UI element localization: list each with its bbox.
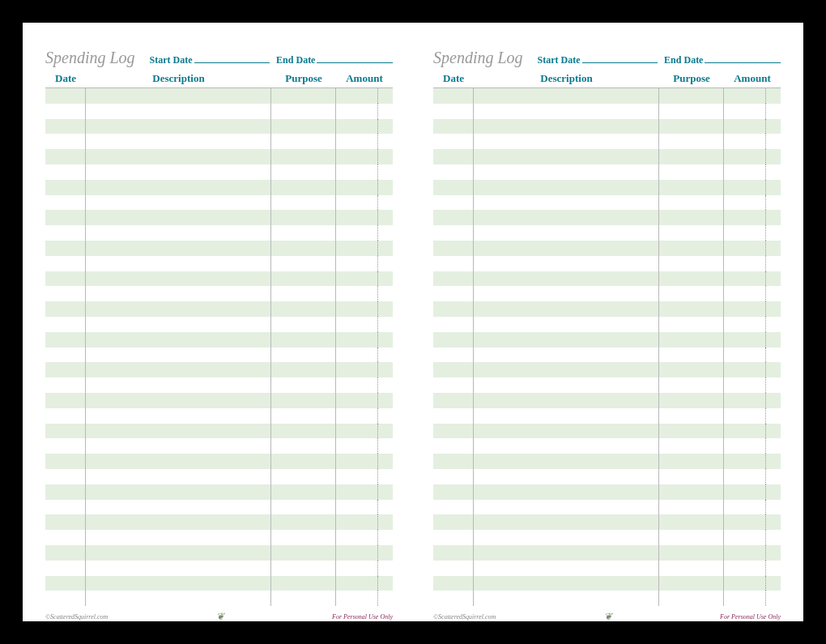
cell-date[interactable] [433,377,474,393]
table-row[interactable] [45,545,393,561]
cell-date[interactable] [433,317,474,332]
cell-date[interactable] [45,393,86,408]
cell-date[interactable] [45,469,86,484]
cell-description[interactable] [86,545,271,561]
table-row[interactable] [433,317,781,332]
cell-purpose[interactable] [659,332,724,348]
cell-purpose[interactable] [659,530,724,545]
cell-amount[interactable] [336,469,393,484]
cell-amount[interactable] [724,454,781,469]
cell-description[interactable] [86,362,271,377]
cell-date[interactable] [433,271,474,287]
cell-amount[interactable] [724,119,781,134]
cell-purpose[interactable] [271,362,336,377]
cell-description[interactable] [86,119,271,134]
table-row[interactable] [433,301,781,317]
table-row[interactable] [45,332,393,348]
table-row[interactable] [45,225,393,241]
cell-amount[interactable] [336,514,393,530]
cell-date[interactable] [433,332,474,348]
cell-date[interactable] [45,530,86,545]
cell-date[interactable] [433,256,474,271]
cell-date[interactable] [45,591,86,606]
start-date-line[interactable] [582,52,658,63]
cell-date[interactable] [45,134,86,149]
cell-description[interactable] [474,454,659,469]
cell-amount[interactable] [336,362,393,377]
cell-date[interactable] [433,545,474,561]
cell-amount[interactable] [336,180,393,195]
cell-purpose[interactable] [659,576,724,591]
table-row[interactable] [433,530,781,545]
cell-date[interactable] [45,454,86,469]
cell-description[interactable] [86,286,271,301]
cell-date[interactable] [433,88,474,104]
cell-purpose[interactable] [659,545,724,561]
cell-description[interactable] [474,195,659,211]
table-row[interactable] [45,271,393,287]
cell-description[interactable] [474,164,659,180]
cell-amount[interactable] [336,484,393,500]
cell-purpose[interactable] [271,438,336,454]
cell-amount[interactable] [336,561,393,576]
cell-amount[interactable] [724,377,781,393]
cell-description[interactable] [474,348,659,363]
cell-date[interactable] [45,576,86,591]
table-row[interactable] [45,256,393,271]
cell-purpose[interactable] [659,286,724,301]
cell-description[interactable] [86,88,271,104]
cell-date[interactable] [45,164,86,180]
cell-amount[interactable] [336,134,393,149]
cell-date[interactable] [433,180,474,195]
cell-description[interactable] [474,424,659,439]
cell-date[interactable] [45,561,86,576]
cell-date[interactable] [433,591,474,606]
cell-amount[interactable] [724,256,781,271]
table-row[interactable] [45,576,393,591]
cell-date[interactable] [433,561,474,576]
cell-amount[interactable] [724,424,781,439]
table-row[interactable] [45,408,393,424]
table-row[interactable] [433,591,781,606]
cell-description[interactable] [474,576,659,591]
cell-description[interactable] [474,545,659,561]
cell-purpose[interactable] [271,348,336,363]
cell-purpose[interactable] [659,256,724,271]
cell-purpose[interactable] [271,484,336,500]
cell-description[interactable] [86,393,271,408]
cell-date[interactable] [45,256,86,271]
cell-amount[interactable] [724,514,781,530]
table-row[interactable] [433,514,781,530]
table-row[interactable] [433,104,781,119]
cell-amount[interactable] [724,469,781,484]
cell-date[interactable] [45,484,86,500]
cell-amount[interactable] [724,317,781,332]
cell-description[interactable] [474,530,659,545]
table-row[interactable] [45,301,393,317]
cell-date[interactable] [433,286,474,301]
table-row[interactable] [45,454,393,469]
cell-description[interactable] [86,438,271,454]
cell-date[interactable] [433,514,474,530]
cell-purpose[interactable] [659,377,724,393]
table-row[interactable] [45,362,393,377]
table-row[interactable] [433,164,781,180]
cell-purpose[interactable] [271,500,336,515]
cell-date[interactable] [433,348,474,363]
cell-date[interactable] [45,180,86,195]
table-row[interactable] [433,256,781,271]
cell-description[interactable] [474,377,659,393]
cell-purpose[interactable] [659,484,724,500]
cell-purpose[interactable] [659,149,724,164]
cell-description[interactable] [86,256,271,271]
cell-amount[interactable] [336,317,393,332]
cell-description[interactable] [474,393,659,408]
cell-amount[interactable] [724,561,781,576]
cell-date[interactable] [45,424,86,439]
cell-purpose[interactable] [659,348,724,363]
cell-description[interactable] [474,210,659,225]
cell-amount[interactable] [724,180,781,195]
cell-purpose[interactable] [271,377,336,393]
cell-amount[interactable] [336,332,393,348]
cell-date[interactable] [45,241,86,256]
